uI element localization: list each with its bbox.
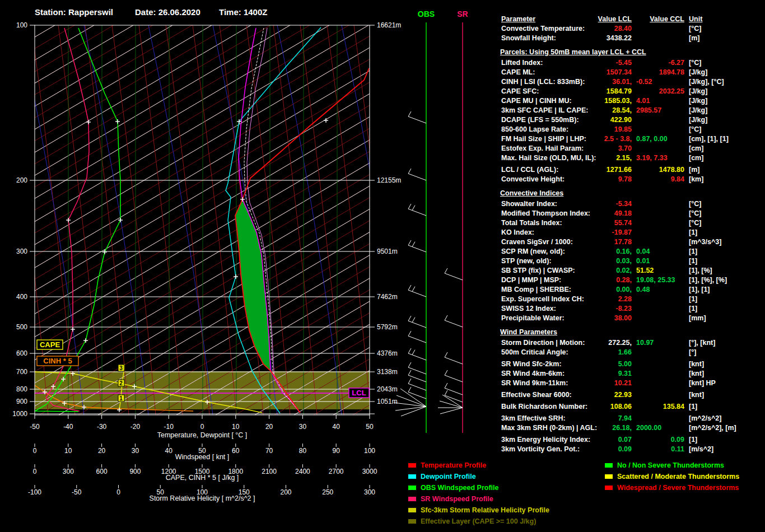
param-value-extra: 0.87, 0.00: [636, 135, 668, 143]
wind-barb: [445, 268, 463, 280]
wind-barb: [408, 362, 426, 374]
param-unit: [J/kg]: [689, 87, 707, 95]
param-value-extra: 0.48: [636, 286, 650, 293]
param-row: Convective Temperature:28.40[°C]: [500, 25, 763, 34]
wind-barb: [408, 240, 426, 252]
axis-tick-label: 90: [333, 447, 340, 455]
axis-tick-label: 10: [64, 447, 72, 455]
param-value-lcl: 3.70: [500, 144, 632, 152]
param-unit: [1], [%]: [689, 267, 712, 274]
pressure-tick-label: 300: [16, 248, 27, 255]
skewt-chart: 321CAPECINH * 5LCL1002003004005006007008…: [0, 0, 496, 532]
param-unit: [m^3/s^3]: [689, 238, 721, 246]
param-value-extra: 19.08, 25.33: [636, 276, 675, 284]
param-unit: [cm], [1], [1]: [689, 135, 729, 143]
param-unit: [knt]: [689, 370, 704, 377]
param-row: SR Wind Sfc-2km:5.00[knt]: [500, 360, 763, 370]
param-unit: [1]: [689, 436, 697, 444]
pressure-tick-label: 700: [16, 368, 27, 376]
param-value-lcl: 1271.66: [500, 166, 632, 174]
param-row: KO Index:-19.87[1]: [500, 228, 763, 238]
axis-tick-label: 300: [364, 488, 375, 496]
param-value-lcl: 2.15,: [500, 154, 632, 162]
param-unit: [°C]: [689, 200, 701, 208]
param-row: FM Hail Size | SHIP | LHP:2.5 - 3.8,0.87…: [500, 135, 763, 144]
col-value-ccl: Value CCL: [636, 15, 684, 23]
param-value-extra: 0.01: [636, 257, 650, 265]
altitude-label: 16621m: [377, 21, 401, 29]
param-unit: [m]: [689, 166, 699, 174]
param-row: CAPE SFC:1584.792032.25[J/kg]: [500, 87, 763, 97]
param-row: CAPE MU | CINH MU:1585.03,4.01[J/kg]: [500, 97, 763, 106]
param-value-lcl: 422.90: [500, 116, 632, 124]
altitude-label: 3138m: [377, 368, 398, 376]
param-row: Total Totals Index:55.74[°C]: [500, 219, 763, 228]
param-value-lcl: 9.31: [500, 370, 632, 377]
wind-barb: [408, 348, 426, 360]
param-unit: [1], [%], [%]: [689, 276, 727, 284]
wind-barb: [408, 387, 426, 399]
param-unit: [m/s^2]: [689, 445, 713, 453]
altitude-label: 9501m: [377, 248, 398, 255]
param-value-lcl: 1.66: [500, 348, 632, 356]
legend-label: Effective Layer (CAPE >= 100 J/kg): [421, 517, 536, 525]
param-value-lcl: 0.28,: [500, 276, 632, 284]
param-value-lcl: -5.45: [500, 59, 632, 67]
axis-title: Temperature, Dewpoint [ °C ]: [157, 431, 248, 439]
param-unit: [J/kg]: [689, 68, 707, 76]
param-unit: [°], [knt]: [689, 339, 715, 347]
param-value-lcl: 28.40: [500, 25, 632, 32]
legend-label: Temperature Profile: [421, 461, 486, 469]
pressure-tick-label: 1000: [12, 410, 27, 418]
param-unit: [°C]: [689, 25, 701, 32]
param-value-ccl: -6.27: [636, 59, 684, 67]
axis-tick-label: 10: [232, 423, 240, 431]
param-value-lcl: -19.87: [500, 228, 632, 236]
axis-tick-label: 50: [366, 423, 374, 431]
param-value-extra: 51.52: [636, 267, 654, 274]
axis-tick-label: 20: [265, 423, 273, 431]
param-value-lcl: 17.78: [500, 238, 632, 246]
axis-tick-label: -50: [72, 488, 82, 496]
param-row: DCAPE (LFS = 550mB):422.90[J/kg]: [500, 116, 763, 125]
param-unit: [J/kg], [°C]: [689, 78, 724, 86]
axis-tick-label: 300: [63, 468, 74, 475]
param-value-extra: 0.04: [636, 248, 650, 255]
param-value-lcl: 0.00,: [500, 286, 632, 293]
param-value-lcl: 5.00: [500, 360, 632, 368]
param-unit: [J/kg]: [689, 97, 707, 105]
obs-column-label: OBS: [418, 10, 435, 18]
param-unit: [°C]: [689, 219, 701, 227]
col-unit: Unit: [689, 15, 702, 23]
axis-tick-label: 0: [33, 447, 37, 455]
table-header-row: Parameter Value LCL Value CCL Unit: [500, 15, 763, 25]
legend-label: Dewpoint Profile: [421, 473, 476, 480]
wind-barb: [445, 383, 463, 395]
param-row: 3km Vorticity Gen. Pot.:0.090.11[m/s^2]: [500, 445, 763, 455]
param-row: Exp. Supercell Index CH:2.28[1]: [500, 295, 763, 305]
axis-tick-label: -40: [63, 423, 73, 431]
altitude-label: 1051m: [377, 398, 398, 405]
param-unit: [°C]: [689, 209, 701, 217]
legend-label: OBS Windspeed Profile: [421, 484, 499, 492]
axis-tick-label: 70: [265, 447, 273, 455]
param-value-lcl: 0.03,: [500, 257, 632, 265]
param-row: Craven SigSvr / 1000:17.78[m^3/s^3]: [500, 238, 763, 248]
axis-tick-label: 250: [322, 488, 333, 496]
wind-barb: [445, 390, 463, 402]
param-value-lcl: 28.54,: [500, 106, 632, 114]
severity-legend: No / Non Severe ThunderstormsScattered /…: [605, 461, 765, 501]
param-row: 850-600 Lapse Rate:19.85[°C]: [500, 125, 763, 135]
param-unit: [1]: [689, 228, 697, 236]
wind-barb: [408, 331, 426, 343]
pressure-tick-label: 200: [16, 176, 27, 184]
axis-title: Windspeed [ knt ]: [175, 453, 230, 461]
param-value-ccl: 1478.80: [636, 166, 684, 174]
param-unit: [°]: [689, 348, 696, 356]
wind-barb: [408, 370, 426, 382]
axis-tick-label: 3000: [362, 468, 377, 475]
pressure-tick-label: 100: [16, 21, 27, 29]
srh-height-marker: 1: [119, 395, 123, 402]
param-unit: [knt]: [689, 391, 704, 399]
cinh-label: CINH * 5: [43, 357, 72, 365]
